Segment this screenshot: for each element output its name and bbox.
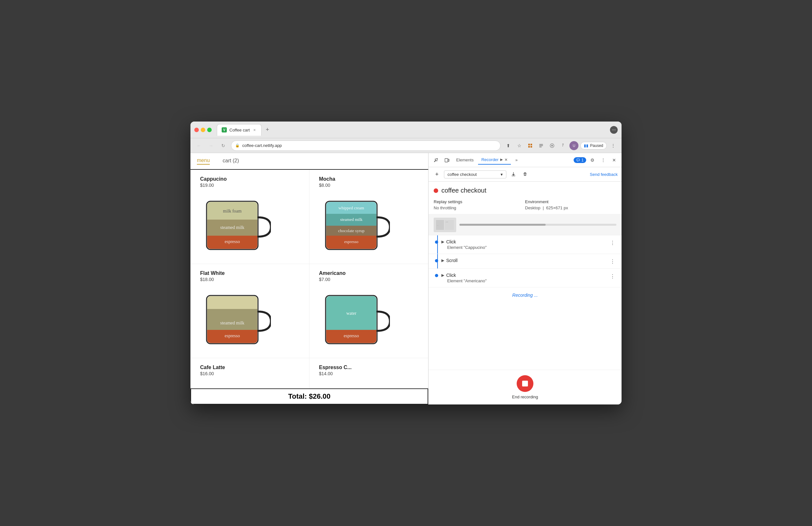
svg-text:…: …	[437, 224, 438, 226]
coffee-item-mocha[interactable]: Mocha $8.00 whipped cream	[309, 170, 429, 264]
elements-tab-label: Elements	[456, 157, 474, 162]
reload-button[interactable]: ↻	[219, 141, 228, 150]
extension-icon-2[interactable]	[548, 141, 556, 150]
chrome-menu-icon[interactable]: ⋮	[609, 141, 618, 150]
svg-text:steamed milk: steamed milk	[340, 217, 363, 222]
svg-text:espresso: espresso	[344, 239, 358, 244]
step-item-click-cappucino: ▶ Click Element "Cappucino" ⋮	[429, 235, 622, 254]
svg-point-5	[551, 145, 553, 146]
minimize-window-button[interactable]	[201, 127, 205, 132]
svg-text:1:02: 1:02	[446, 221, 448, 223]
nav-menu[interactable]: menu	[197, 157, 210, 165]
step-more-button-3[interactable]: ⋮	[609, 273, 617, 280]
url-bar[interactable]: 🔒 coffee-cart.netlify.app	[231, 140, 501, 151]
paused-button[interactable]: ▮▮ Paused	[580, 142, 607, 150]
step-arrow-icon-2: ▶	[441, 258, 444, 263]
svg-text:espresso: espresso	[344, 333, 359, 338]
recorder-tab-close[interactable]: ✕	[505, 157, 508, 162]
maximize-window-button[interactable]	[207, 127, 212, 132]
step-toggle-2[interactable]: ▶ Scroll	[441, 258, 606, 263]
step-more-button-1[interactable]: ⋮	[609, 240, 617, 246]
svg-text:espresso: espresso	[224, 239, 240, 244]
coffee-name: Espresso C...	[319, 365, 419, 371]
lock-icon: 🔒	[235, 144, 240, 148]
step-arrow-icon-3: ▶	[441, 273, 444, 277]
browser-tab[interactable]: V Coffee cart ✕	[217, 124, 262, 136]
svg-text:water: water	[346, 311, 356, 316]
devtools-settings-button[interactable]: ⚙	[588, 155, 597, 165]
cup-svg-flat-white: steamed milk espresso	[200, 286, 271, 350]
new-tab-button[interactable]: +	[263, 125, 272, 134]
step-connector	[437, 235, 438, 254]
devtools-more-button[interactable]: ⋮	[598, 155, 608, 165]
recorder-tab[interactable]: Recorder ✕	[478, 155, 510, 165]
coffee-price: $14.00	[319, 371, 419, 376]
step-item-click-americano: ▶ Click Element "Americano" ⋮	[429, 269, 622, 287]
coffee-item-flat-white[interactable]: Flat White $18.00 steamed milk	[190, 264, 309, 358]
extension-icon-1[interactable]	[526, 141, 535, 150]
svg-text:steamed milk: steamed milk	[220, 320, 244, 325]
step-detail-1: Element "Cappucino"	[441, 245, 606, 250]
send-feedback-link[interactable]: Send feedback	[590, 172, 618, 177]
paused-label: Paused	[590, 144, 603, 148]
step-type-1: Click	[446, 239, 456, 244]
dropdown-chevron-icon: ▾	[501, 172, 503, 177]
throttle-value: No throttling	[434, 206, 525, 210]
back-button[interactable]: ←	[194, 141, 203, 150]
nav-cart[interactable]: cart (2)	[223, 158, 239, 164]
tab-close-button[interactable]: ✕	[252, 127, 257, 132]
svg-text:steamed milk: steamed milk	[220, 225, 244, 230]
recording-status-text: Recording ...	[512, 292, 538, 298]
end-recording-area: End recording	[429, 370, 622, 404]
environment-label: Environment	[525, 199, 617, 204]
export-recording-button[interactable]	[509, 170, 518, 179]
pause-icon: ▮▮	[584, 144, 589, 148]
tab-title: Coffee cart	[229, 127, 250, 133]
close-window-button[interactable]	[194, 127, 199, 132]
devtools-icon[interactable]	[537, 141, 546, 150]
step-toggle-1[interactable]: ▶ Click	[441, 239, 606, 244]
step-detail-3: Element "Americano"	[441, 279, 606, 283]
chat-icon	[576, 158, 580, 162]
coffee-app: menu cart (2) Cappucino $19.00	[190, 153, 429, 404]
coffee-price: $19.00	[200, 183, 300, 188]
chat-badge[interactable]: 1	[574, 157, 586, 163]
replay-settings: Replay settings Environment No throttlin…	[429, 197, 622, 214]
recording-name-text: coffee checkout	[448, 172, 477, 177]
recording-select[interactable]: coffee checkout ▾	[444, 170, 506, 178]
svg-rect-27	[207, 309, 257, 330]
step-type-2: Scroll	[446, 258, 458, 263]
title-bar: V Coffee cart ✕ + ⋯	[190, 122, 622, 138]
bookmark-icon[interactable]: ☆	[515, 141, 524, 150]
delete-recording-button[interactable]	[521, 170, 530, 179]
step-more-button-2[interactable]: ⋮	[609, 258, 617, 265]
add-recording-button[interactable]: +	[432, 170, 441, 179]
elements-tab[interactable]: Elements	[453, 155, 477, 165]
more-tabs-button[interactable]: »	[512, 155, 521, 165]
avatar[interactable]: U	[569, 141, 578, 150]
coffee-item-cappucino[interactable]: Cappucino $19.00	[190, 170, 309, 264]
coffee-grid: Cappucino $19.00	[190, 170, 428, 404]
end-recording-label: End recording	[512, 394, 538, 399]
tab-favicon: V	[222, 127, 227, 133]
coffee-item-americano[interactable]: Americano $7.00 water espresso	[309, 264, 429, 358]
cup-svg-americano: water espresso	[319, 286, 390, 350]
svg-rect-46	[445, 159, 448, 162]
window-menu-icon[interactable]: ⋯	[610, 126, 618, 134]
end-recording-button[interactable]	[517, 375, 533, 392]
step-toggle-3[interactable]: ▶ Click	[441, 273, 606, 278]
share-icon[interactable]: ⬆	[504, 141, 513, 150]
devtools-close-button[interactable]: ✕	[609, 155, 619, 165]
coffee-name: Cappucino	[200, 176, 300, 182]
devtools-panel: Elements Recorder ✕ » 1	[429, 153, 622, 404]
recorder-tab-label: Recorder	[481, 157, 498, 162]
device-emulation-button[interactable]	[442, 155, 452, 165]
step-type-3: Click	[446, 273, 456, 278]
cup-svg-mocha: whipped cream steamed milk chocolate syr…	[319, 192, 390, 256]
resolution-value: 625×671 px	[546, 206, 568, 210]
coffee-name: Cafe Latte	[200, 365, 300, 371]
extensions-puzzle-icon[interactable]	[559, 141, 567, 150]
address-bar: ← → ↻ 🔒 coffee-cart.netlify.app ⬆ ☆	[190, 138, 622, 153]
inspect-element-button[interactable]	[431, 155, 441, 165]
forward-button[interactable]: →	[206, 141, 216, 150]
